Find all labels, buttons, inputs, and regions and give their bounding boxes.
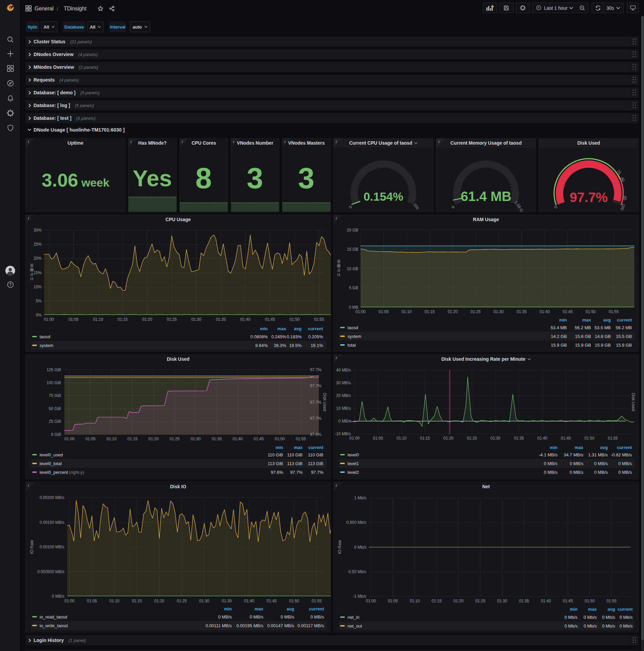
svg-text:?: ? (9, 282, 11, 287)
